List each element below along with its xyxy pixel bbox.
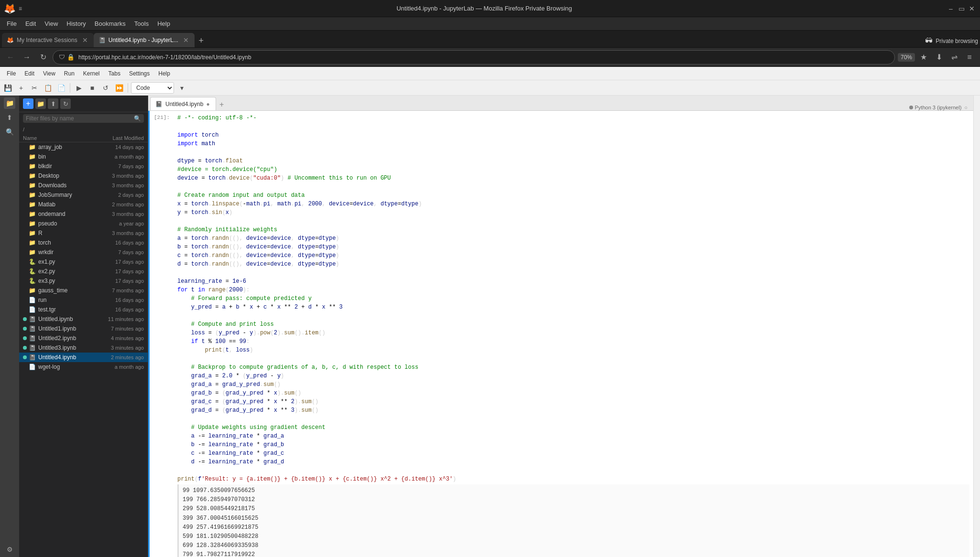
- download-button[interactable]: ⬇: [932, 51, 946, 64]
- file-item-Untitled[interactable]: 📓 Untitled.ipynb 11 minutes ago: [19, 314, 148, 324]
- menu-help[interactable]: Help: [153, 19, 174, 29]
- tab-untitled4[interactable]: 📓 Untitled4.ipynb - JupyterL... ✕: [94, 33, 195, 47]
- menu-view[interactable]: View: [41, 19, 62, 29]
- kernel-display: Python 3 (ipykernel) ○: [909, 105, 971, 110]
- file-item-array_job[interactable]: 📁 array_job 14 days ago: [19, 142, 148, 152]
- jup-menu-view[interactable]: View: [39, 69, 59, 78]
- menu-edit[interactable]: Edit: [22, 19, 40, 29]
- jup-menu-tabs[interactable]: Tabs: [105, 69, 124, 78]
- menu-bookmarks[interactable]: Bookmarks: [91, 19, 130, 29]
- copy-cell-button[interactable]: 📋: [42, 82, 54, 94]
- cell-type-info-button[interactable]: ▾: [176, 82, 187, 94]
- jup-menu-settings[interactable]: Settings: [125, 69, 153, 78]
- file-item-torch[interactable]: 📁 torch 16 days ago: [19, 238, 148, 247]
- jupyterlab: File Edit View Run Kernel Tabs Settings …: [0, 67, 980, 557]
- tab-close-1[interactable]: ✕: [82, 37, 88, 43]
- file-name: Untitled2.ipynb: [38, 335, 96, 342]
- file-item-Untitled3[interactable]: 📓 Untitled3.ipynb 3 minutes ago: [19, 343, 148, 353]
- stop-kernel-button[interactable]: ■: [87, 82, 98, 94]
- file-item-wrkdir[interactable]: 📁 wrkdir 7 days ago: [19, 247, 148, 257]
- cell-type-select[interactable]: Code Markdown Raw: [131, 82, 174, 94]
- file-item-Downloads[interactable]: 📁 Downloads 3 months ago: [19, 181, 148, 190]
- file-item-Desktop[interactable]: 📁 Desktop 3 months ago: [19, 171, 148, 181]
- file-item-gauss_time[interactable]: 📁 gauss_time 7 months ago: [19, 286, 148, 295]
- folder-icon: 📁: [29, 172, 36, 179]
- restart-run-all-button[interactable]: ⏩: [113, 82, 125, 94]
- sync-button[interactable]: ⇌: [947, 51, 961, 64]
- file-item-JobSummary[interactable]: 📁 JobSummary 2 days ago: [19, 190, 148, 200]
- code-cell-21[interactable]: [21]: # -*- coding: utf-8 -*- import tor…: [148, 111, 973, 557]
- refresh-files-button[interactable]: ↻: [60, 98, 71, 109]
- jup-menu-kernel[interactable]: Kernel: [79, 69, 104, 78]
- file-path: /: [19, 125, 148, 134]
- tab-my-interactive-sessions[interactable]: 🦊 My Interactive Sessions ✕: [2, 33, 94, 47]
- back-button[interactable]: ←: [4, 51, 17, 64]
- menu-history[interactable]: History: [63, 19, 89, 29]
- maximize-button[interactable]: ▭: [957, 4, 966, 13]
- file-name: Desktop: [38, 172, 96, 179]
- file-item-wget-log[interactable]: 📄 wget-log a month ago: [19, 362, 148, 372]
- menu-file[interactable]: File: [3, 19, 21, 29]
- file-search-input[interactable]: [26, 115, 134, 122]
- file-item-pseudo[interactable]: 📁 pseudo a year ago: [19, 219, 148, 228]
- paste-cell-button[interactable]: 📄: [55, 82, 67, 94]
- close-button[interactable]: ✕: [968, 4, 976, 13]
- file-item-Matlab[interactable]: 📁 Matlab 2 months ago: [19, 200, 148, 209]
- jup-menu-file[interactable]: File: [3, 69, 20, 78]
- file-item-blkdir[interactable]: 📁 blkdir 7 days ago: [19, 161, 148, 171]
- add-notebook-tab-button[interactable]: +: [216, 99, 228, 110]
- file-name: Matlab: [38, 201, 96, 208]
- cell-body[interactable]: # -*- coding: utf-8 -*- import torch imp…: [174, 112, 973, 557]
- file-item-bin[interactable]: 📁 bin a month ago: [19, 152, 148, 161]
- minimize-button[interactable]: –: [947, 4, 955, 13]
- file-search[interactable]: 🔍: [23, 114, 144, 123]
- cut-cell-button[interactable]: ✂: [29, 82, 40, 94]
- notebook-tab-untitled4[interactable]: 📓 Untitled4.ipynb ●: [150, 97, 216, 110]
- sidebar-files-icon[interactable]: 📁: [4, 97, 15, 109]
- file-item-ex3py[interactable]: 🐍 ex3.py 17 days ago: [19, 276, 148, 286]
- file-name: run: [38, 297, 96, 303]
- file-item-ex1py[interactable]: 🐍 ex1.py 17 days ago: [19, 257, 148, 267]
- toolbar-separator-1: [70, 83, 70, 93]
- tab-close-2[interactable]: ✕: [183, 37, 189, 43]
- firefox-menu-button[interactable]: ≡: [963, 51, 976, 64]
- file-name: pseudo: [38, 220, 96, 227]
- jup-menu-run[interactable]: Run: [60, 69, 78, 78]
- file-indicator: [23, 183, 27, 187]
- url-bar[interactable]: 🛡 🔒 https://portal.hpc.iut.ac.ir/node/en…: [53, 50, 895, 64]
- new-file-button[interactable]: +: [23, 98, 33, 109]
- sidebar-settings-icon[interactable]: ⚙: [4, 544, 15, 555]
- file-item-ex2py[interactable]: 🐍 ex2.py 17 days ago: [19, 267, 148, 276]
- add-cell-button[interactable]: +: [15, 82, 27, 94]
- jup-menu-help[interactable]: Help: [154, 69, 174, 78]
- file-item-R[interactable]: 📁 R 3 months ago: [19, 228, 148, 238]
- upload-button[interactable]: ⬆: [48, 98, 58, 109]
- bookmark-button[interactable]: ★: [917, 51, 930, 64]
- private-browsing-label: Private browsing: [936, 38, 978, 44]
- new-folder-button[interactable]: 📁: [35, 98, 46, 109]
- file-item-Untitled1[interactable]: 📓 Untitled1.ipynb 7 minutes ago: [19, 324, 148, 333]
- file-item-run[interactable]: 📄 run 16 days ago: [19, 295, 148, 305]
- file-item-ondemand[interactable]: 📁 ondemand 3 months ago: [19, 209, 148, 219]
- menu-tools[interactable]: Tools: [131, 19, 152, 29]
- tab-label-1: My Interactive Sessions: [17, 37, 77, 43]
- notebook-icon: 📓: [29, 335, 36, 342]
- sidebar-upload-icon[interactable]: ⬆: [4, 112, 15, 123]
- run-cell-button[interactable]: ▶: [73, 82, 85, 94]
- new-tab-button[interactable]: +: [195, 34, 208, 47]
- file-item-test-tgr[interactable]: 📄 test.tgr 16 days ago: [19, 305, 148, 314]
- notebook-tab-icon: 📓: [155, 101, 163, 107]
- file-item-Untitled4[interactable]: 📓 Untitled4.ipynb 2 minutes ago: [19, 353, 148, 362]
- file-indicator: [23, 365, 27, 369]
- save-button[interactable]: 💾: [2, 82, 13, 94]
- file-modified: a month ago: [96, 364, 144, 370]
- reload-button[interactable]: ↻: [36, 51, 50, 64]
- file-indicator: [23, 241, 27, 245]
- forward-button[interactable]: →: [20, 51, 33, 64]
- file-item-Untitled2[interactable]: 📓 Untitled2.ipynb 4 minutes ago: [19, 333, 148, 343]
- jup-menu-edit[interactable]: Edit: [21, 69, 38, 78]
- file-indicator: [23, 308, 27, 311]
- restart-kernel-button[interactable]: ↺: [100, 82, 111, 94]
- file-name: gauss_time: [38, 287, 96, 294]
- sidebar-search-icon[interactable]: 🔍: [4, 126, 15, 138]
